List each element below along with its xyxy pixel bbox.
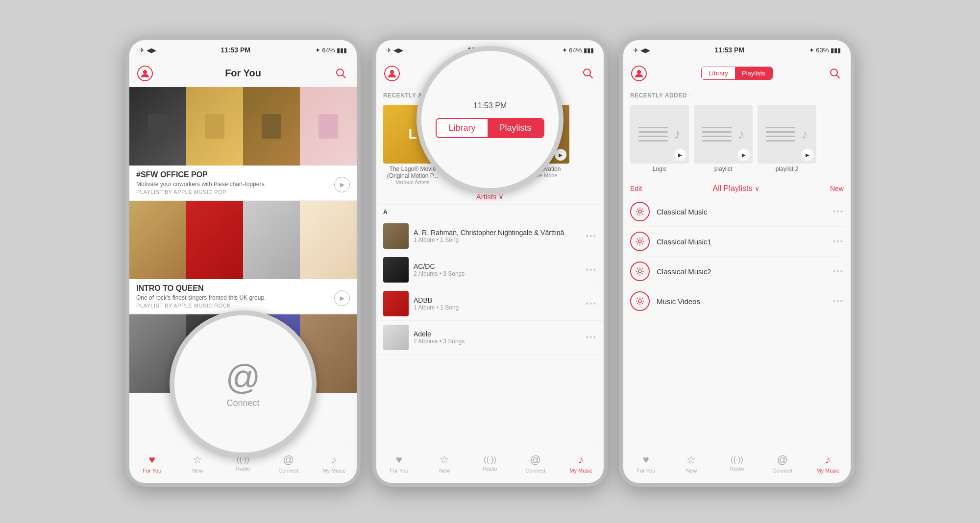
svg-line-8 xyxy=(836,75,839,78)
play-overlay-2-3[interactable]: ▶ xyxy=(738,149,750,161)
album-name-3-3: playlist 2 xyxy=(758,166,816,172)
avatar-3[interactable] xyxy=(631,66,647,81)
more-dots-p3-3[interactable]: ••• xyxy=(833,267,844,276)
tab-radio-3[interactable]: ((·)) Radio xyxy=(722,455,752,472)
playlist-card-2: INTRO TO QUEEN One of rock's finest sing… xyxy=(129,201,357,314)
album-art-2-3: ♪ ▶ xyxy=(694,105,753,164)
more-dots-p4-3[interactable]: ••• xyxy=(833,297,844,306)
search-icon-3[interactable] xyxy=(827,66,843,81)
play-overlay-1-3[interactable]: ▶ xyxy=(674,149,686,161)
more-dots-2[interactable]: ••• xyxy=(586,265,597,274)
mag-segment-bar: Library Playlists xyxy=(436,118,544,138)
album-1-3[interactable]: ♪ ▶ Logic xyxy=(630,105,689,172)
artist-name-4: Adele xyxy=(414,330,581,338)
gear-icon-1-3 xyxy=(630,202,650,221)
avatar-1[interactable] xyxy=(137,66,153,81)
more-dots-p2-3[interactable]: ••• xyxy=(833,237,844,246)
artists-filter-btn-2[interactable]: Artists ∨ xyxy=(476,192,504,201)
playlist-art-2d xyxy=(300,201,357,279)
radio-icon-2: ((·)) xyxy=(484,455,496,464)
tab-radio-1[interactable]: ((·)) Radio xyxy=(228,455,258,472)
playlist-item-2-3[interactable]: Classical Music1 ••• xyxy=(630,227,844,257)
artist-row-4[interactable]: Adele 2 Albums • 3 Songs ••• xyxy=(376,321,604,355)
playlist-art-2a xyxy=(129,201,186,279)
playlist-item-4-3[interactable]: Music Videos ••• xyxy=(630,286,844,316)
playlist-info-1: #SFW OFFICE POP Motivate your coworkers … xyxy=(129,166,357,200)
search-icon-1[interactable] xyxy=(333,66,349,81)
artist-name-2: AC/DC xyxy=(414,262,581,270)
more-dots-3[interactable]: ••• xyxy=(586,299,597,308)
mag-library-btn[interactable]: Library xyxy=(437,119,487,137)
music-icon-1: ♪ xyxy=(331,453,337,466)
tab-new-2[interactable]: ☆ New xyxy=(430,453,459,474)
playlist-desc-2: One of rock's finest singers fronted thi… xyxy=(136,294,350,301)
status-right-2: ✦ 64% ▮▮▮ xyxy=(562,47,594,54)
artist-row-3[interactable]: ADBB 1 Album • 1 Song ••• xyxy=(376,287,604,321)
mag-playlists-btn[interactable]: Playlists xyxy=(488,119,543,137)
artist-info-2: AC/DC 2 Albums • 3 Songs xyxy=(414,262,581,277)
tab-for-you-1[interactable]: ♥ For You xyxy=(137,453,167,474)
svg-point-3 xyxy=(390,70,394,74)
segment-library-3[interactable]: Library xyxy=(702,67,735,79)
mag-time-label: 11:53 PM xyxy=(473,101,507,110)
tab-label-new-1: New xyxy=(192,468,203,474)
new-button-3[interactable]: New xyxy=(830,185,844,192)
tab-connect-1[interactable]: @ Connect xyxy=(274,453,303,474)
artist-info-3: ADBB 1 Album • 1 Song xyxy=(414,296,581,311)
playlist-item-3-3[interactable]: Classical Music2 ••• xyxy=(630,257,844,286)
playlist-images-2 xyxy=(129,201,357,279)
tab-mymusic-1[interactable]: ♪ My Music xyxy=(319,453,349,474)
heart-icon-2: ♥ xyxy=(396,453,402,466)
playlist-item-1-3[interactable]: Classical Music ••• xyxy=(630,197,844,227)
artist-row-1[interactable]: A. R. Rahman, Christopher Nightingale & … xyxy=(376,219,604,253)
artist-row-2[interactable]: AC/DC 2 Albums • 3 Songs ••• xyxy=(376,253,604,287)
artist-thumb-4 xyxy=(383,325,409,350)
mymusic-content-3: RECENTLY ADDED › xyxy=(623,87,851,444)
tab-label-mymusic-2: My Music xyxy=(569,468,592,474)
tab-label-mymusic-3: My Music xyxy=(816,468,839,474)
play-btn-1[interactable]: ▶ xyxy=(334,177,350,192)
status-right-1: ✦ 64% ▮▮▮ xyxy=(315,47,347,54)
tab-new-1[interactable]: ☆ New xyxy=(183,453,212,474)
tab-label-connect-2: Connect xyxy=(525,468,545,474)
tab-radio-2[interactable]: ((·)) Radio xyxy=(475,455,505,472)
more-dots-4[interactable]: ••• xyxy=(586,333,597,342)
all-playlists-title-3[interactable]: All Playlists ∨ xyxy=(713,184,760,193)
playlist-art-1a xyxy=(129,87,186,166)
more-dots-1[interactable]: ••• xyxy=(586,232,597,240)
tab-mymusic-2[interactable]: ♪ My Music xyxy=(566,453,596,474)
status-left-3: ✈ ◀▶ xyxy=(633,47,650,54)
tab-connect-2[interactable]: @ Connect xyxy=(521,453,550,474)
tab-label-radio-3: Radio xyxy=(730,466,744,472)
playlist-sub-2: PLAYLIST BY APPLE MUSIC ROCK xyxy=(136,303,350,309)
tab-new-3[interactable]: ☆ New xyxy=(677,453,706,474)
playlist-images-1 xyxy=(129,87,357,166)
radio-icon-3: ((·)) xyxy=(731,455,743,464)
music-note-2: ♪ xyxy=(737,126,744,142)
tab-for-you-2[interactable]: ♥ For You xyxy=(384,453,414,474)
more-dots-p1-3[interactable]: ••• xyxy=(833,207,844,216)
play-btn-2[interactable]: ▶ xyxy=(334,290,350,306)
artists-label-2: Artists xyxy=(476,192,497,201)
play-overlay-3-3[interactable]: ▶ xyxy=(802,149,813,161)
tab-for-you-3[interactable]: ♥ For You xyxy=(631,453,661,474)
magnifier-1: @ Connect xyxy=(170,310,317,457)
artist-thumb-2 xyxy=(383,257,409,283)
album-2-3[interactable]: ♪ ▶ playlist xyxy=(694,105,753,172)
segment-playlists-3[interactable]: Playlists xyxy=(735,67,772,79)
search-icon-2[interactable] xyxy=(580,66,596,81)
mag-at-symbol: @ xyxy=(225,360,260,394)
edit-button-3[interactable]: Edit xyxy=(630,185,642,192)
artists-chevron-2: ∨ xyxy=(498,192,504,201)
playlist-desc-1: Motivate your coworkers with these chart… xyxy=(136,181,350,188)
tab-connect-3[interactable]: @ Connect xyxy=(768,453,797,474)
chevron-icon-3: › xyxy=(689,92,691,99)
artist-meta-3: 1 Album • 1 Song xyxy=(414,304,581,311)
album-3-3[interactable]: ♪ ▶ playlist 2 xyxy=(758,105,816,172)
avatar-2[interactable] xyxy=(384,66,400,81)
playlist-name-1-3: Classical Music xyxy=(657,208,826,216)
music-icon-3: ♪ xyxy=(825,453,831,466)
status-right-3: ✦ 63% ▮▮▮ xyxy=(809,47,841,54)
tab-mymusic-3[interactable]: ♪ My Music xyxy=(813,453,843,474)
tab-label-mymusic-1: My Music xyxy=(322,468,345,474)
